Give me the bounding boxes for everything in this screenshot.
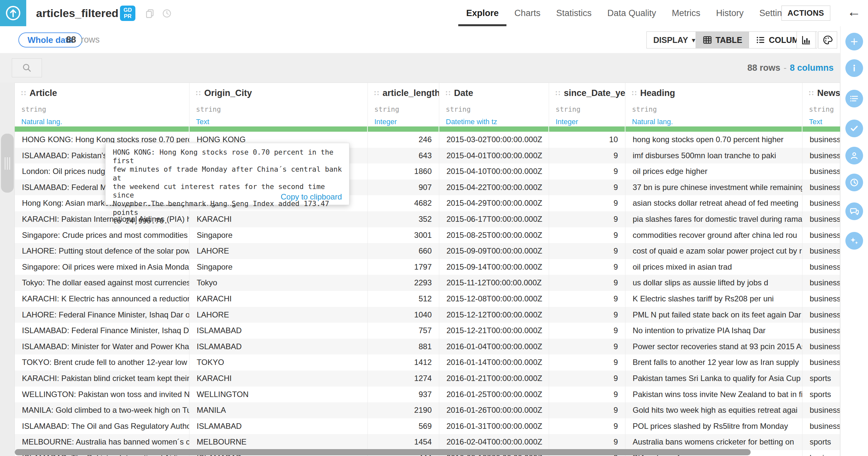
cell[interactable]: business <box>802 211 840 227</box>
cell[interactable]: 2016-01-31T00:00:00.000Z <box>439 418 549 434</box>
drag-handle-icon[interactable]: ∷ <box>809 89 814 98</box>
cell[interactable]: ISLAMABAD: The Oil and Gas Regulatory Au… <box>15 418 189 434</box>
cell[interactable]: 2015-04-01T00:00:00.000Z <box>439 148 549 164</box>
clock-icon[interactable] <box>161 8 173 19</box>
cell[interactable]: Singapore: Oil prices were mixed in Asia… <box>15 259 189 275</box>
cell[interactable]: business <box>802 180 840 196</box>
cell[interactable]: 2293 <box>368 275 439 291</box>
cell[interactable]: imf disburses 500mn loan tranche to paki <box>625 148 802 164</box>
table-row[interactable]: LAHORE: Putting stout defence of the sol… <box>15 243 840 259</box>
cell[interactable]: business <box>802 132 840 148</box>
display-dropdown[interactable]: DISPLAY ▾ <box>646 31 702 48</box>
cell[interactable]: us dollar slips as aussie lifted by jobs… <box>625 275 802 291</box>
cell[interactable]: 9 <box>549 227 625 243</box>
cell[interactable]: 9 <box>549 354 625 370</box>
cell[interactable]: 9 <box>549 418 625 434</box>
table-row[interactable]: Tokyo: The dollar eased against most cur… <box>15 275 840 291</box>
cell[interactable]: 2015-12-08T00:00:00.000Z <box>439 291 549 307</box>
cell[interactable]: Tokyo <box>189 275 368 291</box>
cell[interactable]: sports <box>802 434 840 450</box>
copy-to-clipboard-link[interactable]: Copy to clipboard <box>281 192 342 201</box>
drag-handle-icon[interactable]: ∷ <box>21 89 26 98</box>
cell[interactable]: business <box>802 418 840 434</box>
cell[interactable]: business <box>802 402 840 418</box>
cell[interactable]: 9 <box>549 370 625 387</box>
info-icon[interactable] <box>845 59 863 77</box>
cell[interactable]: K Electric slashes tariff by Rs208 per u… <box>625 291 802 307</box>
column-count-link[interactable]: 8 columns <box>789 63 834 73</box>
cell[interactable]: ISLAMABAD <box>189 323 368 339</box>
cell[interactable]: Tokyo: The dollar eased against most cur… <box>15 275 189 291</box>
cell[interactable]: 907 <box>368 180 439 196</box>
cell[interactable]: business <box>802 195 840 211</box>
tab-history[interactable]: History <box>708 0 751 26</box>
column-header-Origin_City[interactable]: ∷Origin_CitystringText <box>189 83 368 127</box>
cell[interactable]: 2015-09-14T00:00:00.000Z <box>439 259 549 275</box>
column-header-Heading[interactable]: ∷HeadingstringNatural lang. <box>625 83 802 127</box>
cell[interactable]: KARACHI: Pakistan blind cricket team kep… <box>15 370 189 387</box>
cell[interactable]: KARACHI <box>189 370 368 387</box>
cell[interactable]: MELBOURNE: Australia has banned women´s … <box>15 434 189 450</box>
cell[interactable]: 9 <box>549 195 625 211</box>
cell[interactable]: business <box>802 291 840 307</box>
cell[interactable]: Gold hits two week high as equities retr… <box>625 402 802 418</box>
cell[interactable]: MANILA <box>189 402 368 418</box>
cell[interactable]: No intention to privatize PIA Ishaq Dar <box>625 323 802 339</box>
cell[interactable]: 9 <box>549 434 625 450</box>
copy-icon[interactable] <box>144 8 155 19</box>
search-input[interactable] <box>12 58 42 77</box>
cell[interactable]: Singapore: Crude prices and most commodi… <box>15 227 189 243</box>
table-row[interactable]: ISLAMABAD: The Oil and Gas Regulatory Au… <box>15 418 840 434</box>
column-header-NewsType[interactable]: ∷NewsTypestringText <box>802 83 840 127</box>
cell[interactable]: 2015-11-12T00:00:00.000Z <box>439 275 549 291</box>
cell[interactable]: 2016-01-04T00:00:00.000Z <box>439 339 549 355</box>
table-row[interactable]: Singapore: Oil prices were mixed in Asia… <box>15 259 840 275</box>
cell[interactable]: 9 <box>549 291 625 307</box>
cell[interactable]: 9 <box>549 211 625 227</box>
check-icon[interactable] <box>845 120 863 137</box>
column-header-article_length[interactable]: ∷article_lengthstringInteger <box>368 83 439 127</box>
cell[interactable]: 1412 <box>368 354 439 370</box>
tab-statistics[interactable]: Statistics <box>549 0 599 26</box>
column-meaning[interactable]: Datetime with tz <box>446 118 549 126</box>
cell[interactable]: sports <box>802 370 840 387</box>
cell[interactable]: 2015-03-02T00:00:00.000Z <box>439 132 549 148</box>
gdpr-badge[interactable]: GD PR <box>120 6 135 21</box>
cell[interactable]: 1797 <box>368 259 439 275</box>
cell[interactable]: 9 <box>549 243 625 259</box>
cell[interactable]: MELBOURNE <box>189 434 368 450</box>
cell[interactable]: oil prices edge higher <box>625 163 802 180</box>
cell[interactable]: commodities recover ground after china l… <box>625 227 802 243</box>
cell[interactable]: WELLINGTON: Pakistan won toss and invite… <box>15 387 189 402</box>
cell[interactable]: KARACHI <box>189 291 368 307</box>
cell[interactable]: TOKYO: Brent crude fell to another 12-ye… <box>15 354 189 370</box>
cell[interactable]: business <box>802 259 840 275</box>
cell[interactable]: ISLAMABAD <box>189 339 368 355</box>
tab-data-quality[interactable]: Data Quality <box>599 0 664 26</box>
cell[interactable]: business <box>802 339 840 355</box>
cell[interactable]: LAHORE <box>189 307 368 323</box>
cell[interactable]: 2015-04-22T00:00:00.000Z <box>439 180 549 196</box>
cell[interactable]: 2015-09-09T00:00:00.000Z <box>439 243 549 259</box>
drag-handle-icon[interactable]: ∷ <box>374 89 379 98</box>
cell[interactable]: PML N put failed state back on its feet … <box>625 307 802 323</box>
cell[interactable]: Singapore <box>189 227 368 243</box>
cell[interactable]: 2016-01-21T00:00:00.000Z <box>439 370 549 387</box>
drag-handle-icon[interactable]: ∷ <box>446 89 451 98</box>
table-row[interactable]: TOKYO: Brent crude fell to another 12-ye… <box>15 354 840 370</box>
vertical-scrollbar[interactable] <box>1 134 14 193</box>
column-meaning[interactable]: Integer <box>556 118 625 126</box>
cell[interactable]: 9 <box>549 163 625 180</box>
table-view-button[interactable]: TABLE <box>696 32 749 48</box>
cell[interactable]: 2015-08-25T00:00:00.000Z <box>439 227 549 243</box>
comments-icon[interactable] <box>845 202 863 220</box>
chart-button[interactable] <box>797 31 815 48</box>
cell[interactable]: 9 <box>549 180 625 196</box>
tab-explore[interactable]: Explore <box>458 0 506 26</box>
cell[interactable]: sports <box>802 387 840 402</box>
cell[interactable]: business <box>802 163 840 180</box>
cell[interactable]: LAHORE: Federal Finance Minister, Ishaq … <box>15 307 189 323</box>
column-meaning[interactable]: Natural lang. <box>21 118 189 126</box>
cell[interactable]: 1274 <box>368 370 439 387</box>
cell[interactable]: 2190 <box>368 402 439 418</box>
